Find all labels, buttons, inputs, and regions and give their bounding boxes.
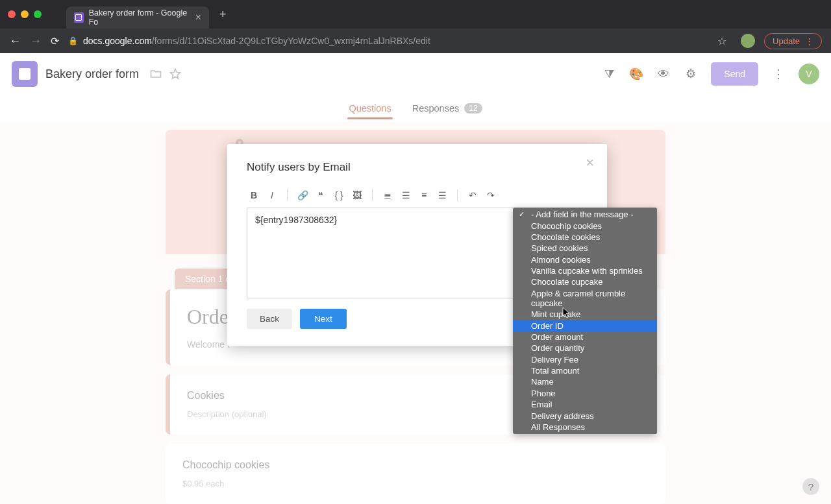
dropdown-header[interactable]: - Add field in the message - bbox=[513, 209, 657, 220]
editor-toolbar: B I 🔗 ❝ { } 🖼 ≣ ☰ ≡ ☰ ↶ ↷ bbox=[227, 186, 607, 205]
dropdown-item[interactable]: Apple & caramel crumble cupcake bbox=[513, 288, 657, 309]
italic-icon[interactable]: I bbox=[265, 188, 279, 202]
star-icon[interactable] bbox=[169, 67, 182, 80]
dropdown-item[interactable]: Chocochip cookies bbox=[513, 220, 657, 231]
form-tabs: Questions Responses12 bbox=[0, 95, 831, 122]
bold-icon[interactable]: B bbox=[247, 188, 261, 202]
addons-icon[interactable]: ⧩ bbox=[602, 67, 616, 81]
link-icon[interactable]: 🔗 bbox=[295, 188, 310, 202]
nav-back-icon[interactable]: ← bbox=[9, 34, 21, 48]
nav-forward-icon[interactable]: → bbox=[30, 34, 42, 48]
address-bar[interactable]: 🔒 docs.google.com/forms/d/11OiScXtad-2Q9… bbox=[68, 36, 708, 46]
update-button[interactable]: Update bbox=[764, 33, 822, 49]
tab-close-icon[interactable]: × bbox=[195, 12, 201, 23]
url-host: docs.google.com bbox=[83, 36, 152, 46]
lock-icon: 🔒 bbox=[68, 36, 78, 45]
user-avatar[interactable]: V bbox=[799, 64, 819, 84]
add-field-dropdown[interactable]: - Add field in the message - Chocochip c… bbox=[513, 208, 657, 434]
more-menu-icon[interactable]: ⋮ bbox=[771, 67, 786, 81]
dropdown-item[interactable]: All Responses bbox=[513, 422, 657, 433]
reload-icon[interactable]: ⟳ bbox=[51, 35, 59, 47]
response-count-badge: 12 bbox=[464, 103, 482, 114]
toolbar-divider bbox=[372, 189, 373, 201]
ordered-list-icon[interactable]: ≣ bbox=[380, 188, 395, 202]
settings-gear-icon[interactable]: ⚙ bbox=[684, 67, 698, 81]
undo-icon[interactable]: ↶ bbox=[465, 188, 480, 202]
preview-icon[interactable]: 👁 bbox=[656, 67, 671, 81]
redo-icon[interactable]: ↷ bbox=[484, 188, 498, 202]
dropdown-item[interactable]: Delivery address bbox=[513, 410, 657, 421]
move-to-folder-icon[interactable] bbox=[149, 67, 162, 80]
dropdown-item[interactable]: Total amount bbox=[513, 365, 657, 376]
modal-title: Notify users by Email bbox=[227, 161, 607, 186]
window-close-dot[interactable] bbox=[8, 10, 16, 18]
dropdown-item[interactable]: Almond cookies bbox=[513, 254, 657, 265]
back-button[interactable]: Back bbox=[247, 309, 292, 329]
help-button[interactable]: ? bbox=[802, 478, 819, 495]
bookmark-star-icon[interactable]: ☆ bbox=[717, 35, 726, 47]
new-tab-button[interactable]: + bbox=[219, 8, 227, 21]
dropdown-item[interactable]: Order amount bbox=[513, 331, 657, 342]
customize-theme-icon[interactable]: 🎨 bbox=[629, 67, 643, 81]
next-button[interactable]: Next bbox=[300, 309, 347, 329]
image-icon[interactable]: 🖼 bbox=[350, 188, 364, 202]
dropdown-item[interactable]: Spiced cookies bbox=[513, 243, 657, 254]
align-justify-icon[interactable]: ☰ bbox=[435, 188, 449, 202]
unordered-list-icon[interactable]: ☰ bbox=[399, 188, 413, 202]
tab-favicon-icon bbox=[74, 12, 84, 23]
forms-header: Bakery order form ⧩ 🎨 👁 ⚙ Send ⋮ V bbox=[0, 53, 831, 95]
window-maximize-dot[interactable] bbox=[34, 10, 42, 18]
window-minimize-dot[interactable] bbox=[21, 10, 29, 18]
tab-title: Bakery order form - Google Fo bbox=[89, 8, 190, 27]
browser-toolbar: ← → ⟳ 🔒 docs.google.com/forms/d/11OiScXt… bbox=[0, 29, 831, 53]
dropdown-item[interactable]: Order ID bbox=[513, 320, 657, 331]
url-path: /forms/d/11OiScXtad-2Q9LcTGbyYoWzCw0_wxm… bbox=[152, 36, 430, 46]
code-icon[interactable]: { } bbox=[332, 188, 346, 202]
document-title[interactable]: Bakery order form bbox=[45, 67, 139, 81]
browser-tab-strip: Bakery order form - Google Fo × + bbox=[0, 0, 831, 29]
toolbar-divider bbox=[457, 189, 458, 201]
dropdown-item[interactable]: Chocolate cookies bbox=[513, 232, 657, 243]
dropdown-item[interactable]: Mint cupcake bbox=[513, 309, 657, 320]
profile-avatar-icon[interactable] bbox=[741, 34, 755, 48]
send-button[interactable]: Send bbox=[711, 62, 758, 86]
dropdown-item[interactable]: Vanilla cupcake with sprinkles bbox=[513, 265, 657, 276]
dropdown-item[interactable]: Chocolate cupcake bbox=[513, 276, 657, 287]
dropdown-item[interactable]: Name bbox=[513, 376, 657, 387]
tab-questions[interactable]: Questions bbox=[347, 103, 392, 114]
dropdown-item[interactable]: Delivery Fee bbox=[513, 354, 657, 365]
browser-tab[interactable]: Bakery order form - Google Fo × bbox=[66, 6, 209, 29]
dropdown-item[interactable]: Order quantity bbox=[513, 342, 657, 354]
toolbar-divider bbox=[287, 189, 288, 201]
quote-icon[interactable]: ❝ bbox=[314, 188, 328, 202]
align-left-icon[interactable]: ≡ bbox=[417, 188, 431, 202]
dropdown-item[interactable]: Email bbox=[513, 399, 657, 410]
modal-close-icon[interactable]: × bbox=[586, 154, 594, 171]
tab-responses[interactable]: Responses12 bbox=[411, 103, 484, 114]
dropdown-item[interactable]: Phone bbox=[513, 388, 657, 399]
forms-logo-icon[interactable] bbox=[12, 61, 38, 87]
